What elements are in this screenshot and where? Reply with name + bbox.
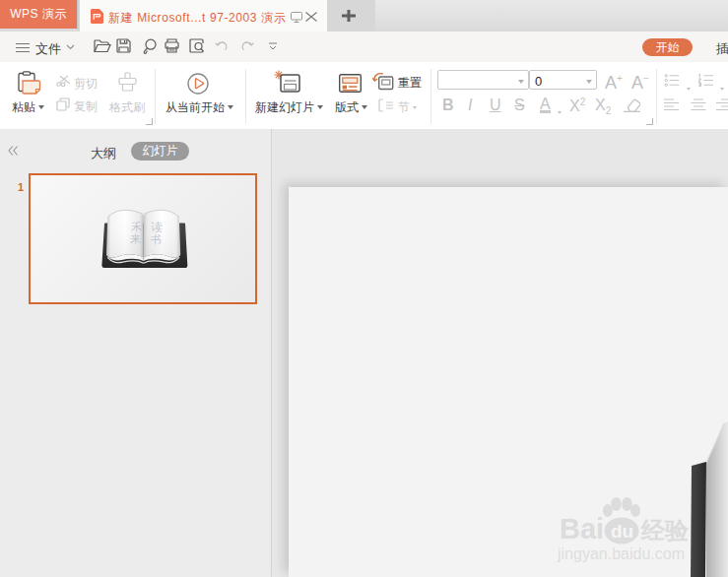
- svg-text:du: du: [611, 521, 633, 542]
- svg-text:jingyan.baidu.com: jingyan.baidu.com: [557, 545, 685, 562]
- svg-text:来: 来: [130, 232, 141, 244]
- svg-text:禾: 禾: [131, 221, 142, 232]
- svg-text:Bai: Bai: [560, 513, 604, 545]
- svg-text:经验: 经验: [640, 517, 690, 544]
- svg-text:读: 读: [151, 221, 163, 234]
- svg-text:书: 书: [151, 233, 162, 245]
